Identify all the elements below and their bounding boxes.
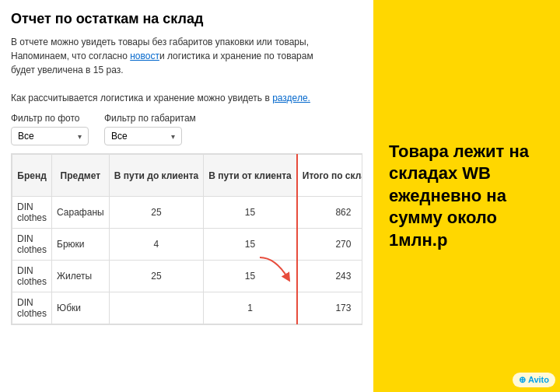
th-brand: Бренд (12, 155, 52, 197)
avito-badge: ⊕ Avito (513, 373, 555, 387)
desc-line1: В отчете можно увидеть товары без габари… (11, 37, 309, 47)
desc-line2: Напоминаем, что согласно (11, 51, 130, 61)
table-row: DIN clothes Юбки 1 173 148 1 11 (12, 292, 363, 324)
filters-container: Фильтр по фото Все ▾ Фильтр по габаритам… (11, 113, 362, 145)
table-row: DIN clothes Сарафаны 25 15 862 295 200 1… (12, 197, 363, 229)
cell-intransit-from: 15 (204, 229, 297, 261)
cell-brand: DIN clothes (12, 261, 52, 292)
cell-intransit-to: 4 (109, 229, 204, 261)
inventory-table: Бренд Предмет В пути до клиента В пути о… (12, 154, 362, 324)
cell-subject: Сарафаны (52, 197, 110, 229)
size-filter-value: Все (111, 131, 128, 142)
desc-line5: Как рассчитывается логистика и хранение … (11, 93, 272, 103)
cell-subject: Юбки (52, 292, 110, 324)
cell-intransit-to: 25 (109, 197, 204, 229)
avito-label: ⊕ Avito (519, 375, 549, 384)
cell-intransit-from: 15 (204, 197, 297, 229)
page-title: Отчет по остаткам на склад (11, 11, 362, 27)
description: В отчете можно увидеть товары без габари… (11, 35, 362, 105)
promo-text: Товара лежит на складах WB ежедневно на … (389, 141, 544, 252)
section-link[interactable]: разделе. (272, 93, 310, 103)
cell-total: 862 (297, 197, 362, 229)
photo-filter-select[interactable]: Все ▾ (11, 127, 89, 145)
left-panel: Отчет по остаткам на склад В отчете можн… (0, 0, 373, 392)
th-intransit-to: В пути до клиента (109, 155, 204, 197)
size-filter-group: Фильтр по габаритам Все ▾ (104, 113, 196, 145)
photo-filter-group: Фильтр по фото Все ▾ (11, 113, 89, 145)
table-row: DIN clothes Брюки 4 15 270 236 1 5 15 5 (12, 229, 363, 261)
table-container: Бренд Предмет В пути до клиента В пути о… (11, 153, 362, 325)
cell-brand: DIN clothes (12, 292, 52, 324)
cell-intransit-to (109, 292, 204, 324)
photo-filter-label: Фильтр по фото (11, 113, 89, 124)
cell-intransit-from: 1 (204, 292, 297, 324)
size-filter-chevron: ▾ (171, 132, 175, 141)
table-row: DIN clothes Жилеты 25 15 243 114 45 8 2 … (12, 261, 363, 292)
main-container: Отчет по остаткам на склад В отчете можн… (0, 0, 560, 392)
cell-total: 243 (297, 261, 362, 292)
cell-total: 173 (297, 292, 362, 324)
news-link[interactable]: новост (130, 51, 159, 61)
th-intransit-from: В пути от клиента (204, 155, 297, 197)
desc-line4: будет увеличена в 15 раз. (11, 65, 124, 75)
cell-subject: Брюки (52, 229, 110, 261)
cell-intransit-to: 25 (109, 261, 204, 292)
size-filter-select[interactable]: Все ▾ (104, 127, 182, 145)
cell-intransit-from: 15 (204, 261, 297, 292)
promo-panel: Товара лежит на складах WB ежедневно на … (373, 0, 560, 392)
photo-filter-chevron: ▾ (78, 132, 82, 141)
photo-filter-value: Все (18, 131, 34, 142)
cell-brand: DIN clothes (12, 197, 52, 229)
th-total-warehouses: Итого по складам (297, 155, 362, 197)
th-subject: Предмет (52, 155, 110, 197)
size-filter-label: Фильтр по габаритам (104, 113, 196, 124)
desc-line3: и логистика и хранение по товарам (159, 51, 313, 61)
cell-subject: Жилеты (52, 261, 110, 292)
cell-brand: DIN clothes (12, 229, 52, 261)
cell-total: 270 (297, 229, 362, 261)
